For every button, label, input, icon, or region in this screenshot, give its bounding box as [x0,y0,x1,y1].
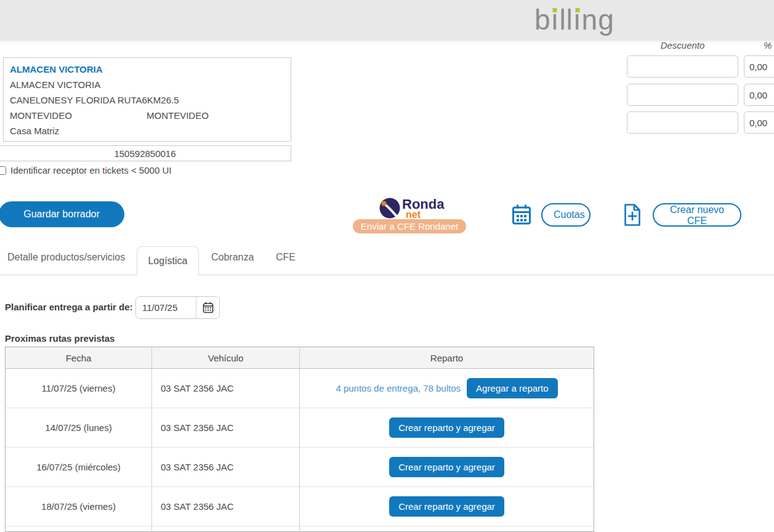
tab-logistica[interactable]: Logística [137,246,199,275]
discount-column-header: Descuento [627,40,738,50]
upcoming-routes-title: Proximas rutas previstas [5,333,115,344]
route-date: 11/07/25 (viernes) [6,369,152,408]
add-to-reparto-button[interactable]: Agregar a reparto [467,378,558,398]
route-row: 11/07/25 (viernes) 03 SAT 2356 JAC 4 pun… [6,369,594,408]
send-to-cfe-rondanet-button[interactable]: Enviar a CFE Rondanet [353,219,466,233]
route-reparto-cell: Crear reparto y agregar [300,448,594,486]
logo-part-i: ı [573,4,582,36]
customer-address: CANELONESY FLORIDA RUTA6KM26.5 [10,92,284,108]
route-row-partial [6,526,594,532]
customer-name: ALMACEN VICTORIA [10,62,284,77]
date-picker-calendar-icon [203,302,214,313]
header-reparto: Reparto [300,347,594,368]
tab-detalle-productos[interactable]: Detalle productos/servicios [7,252,125,263]
routes-table: Fecha Vehículo Reparto 11/07/25 (viernes… [5,347,594,532]
customer-city-row: MONTEVIDEOMONTEVIDEO [10,108,284,123]
tab-cfe[interactable]: CFE [276,252,296,263]
routes-table-header: Fecha Vehículo Reparto [6,347,594,369]
logo-part-i: ı [551,4,560,36]
route-date: 18/07/25 (viernes) [6,487,152,526]
customer-branch: Casa Matriz [10,123,284,139]
plan-delivery-label: Planificar entrega a partir de: [5,302,133,312]
percent-input-3[interactable] [744,111,774,134]
rut-input[interactable] [0,145,291,161]
customer-department: MONTEVIDEO [147,110,209,121]
customer-razon-social: ALMACEN VICTORIA [10,77,284,92]
route-vehicle: 03 SAT 2356 JAC [152,487,300,526]
billing-logo: bıllıng [534,4,615,36]
percent-input-2[interactable] [744,84,774,106]
cuotas-button[interactable]: Cuotas [541,203,591,227]
create-reparto-button[interactable]: Crear reparto y agregar [389,417,504,438]
customer-city: MONTEVIDEO [10,108,147,123]
plan-date-group [135,296,220,319]
discount-input-2[interactable] [627,84,738,106]
delivery-points-link[interactable]: 4 puntos de entrega, 78 bultos [336,383,461,393]
rondanet-globe-icon [379,197,401,219]
header-fecha: Fecha [6,347,152,368]
percent-column-header: % [764,40,774,50]
rondanet-wordmark-bottom: net [406,210,421,220]
save-draft-button[interactable]: Guardar borrador [0,201,124,227]
logo-part: ll [559,4,573,36]
calendar-icon[interactable] [512,204,531,228]
create-reparto-button[interactable]: Crear reparto y agregar [389,496,504,517]
identify-receiver-row[interactable]: Identificar receptor en tickets < 5000 U… [0,165,171,175]
route-date: 16/07/25 (miércoles) [6,448,152,486]
logo-part: b [534,4,551,36]
new-document-icon[interactable] [624,203,641,229]
identify-receiver-label: Identificar receptor en tickets < 5000 U… [10,165,171,175]
header-vehiculo: Vehículo [152,347,300,368]
create-new-cfe-button[interactable]: Crear nuevo CFE [653,203,741,227]
discount-input-3[interactable] [627,111,738,134]
route-row: 16/07/25 (miércoles) 03 SAT 2356 JAC Cre… [6,448,594,487]
route-reparto-cell: Crear reparto y agregar [300,408,594,447]
route-reparto-cell: 4 puntos de entrega, 78 bultos Agregar a… [300,369,594,408]
route-vehicle: 03 SAT 2356 JAC [152,369,300,408]
customer-info-box: ALMACEN VICTORIA ALMACEN VICTORIA CANELO… [3,57,291,142]
tab-bar-divider [0,275,774,275]
route-row: 18/07/25 (viernes) 03 SAT 2356 JAC Crear… [6,487,594,526]
billing-page: bıllıng Descuento % ALMACEN VICTORIA ALM… [0,0,774,532]
route-reparto-cell: Crear reparto y agregar [300,487,594,526]
route-date: 14/07/25 (lunes) [6,408,152,447]
route-row: 14/07/25 (lunes) 03 SAT 2356 JAC Crear r… [6,408,594,448]
plan-date-picker-button[interactable] [196,297,219,318]
logo-part: ng [582,4,615,36]
plan-date-input[interactable] [136,297,196,318]
route-vehicle: 03 SAT 2356 JAC [152,408,300,447]
create-reparto-button[interactable]: Crear reparto y agregar [389,457,504,477]
top-bar: bıllıng [0,0,774,41]
rondanet-logo: Ronda net [379,197,446,220]
percent-input-1[interactable] [744,55,774,78]
route-vehicle: 03 SAT 2356 JAC [152,448,300,486]
identify-receiver-checkbox[interactable] [0,166,6,175]
discount-input-1[interactable] [627,55,738,78]
tab-cobranza[interactable]: Cobranza [211,252,254,263]
